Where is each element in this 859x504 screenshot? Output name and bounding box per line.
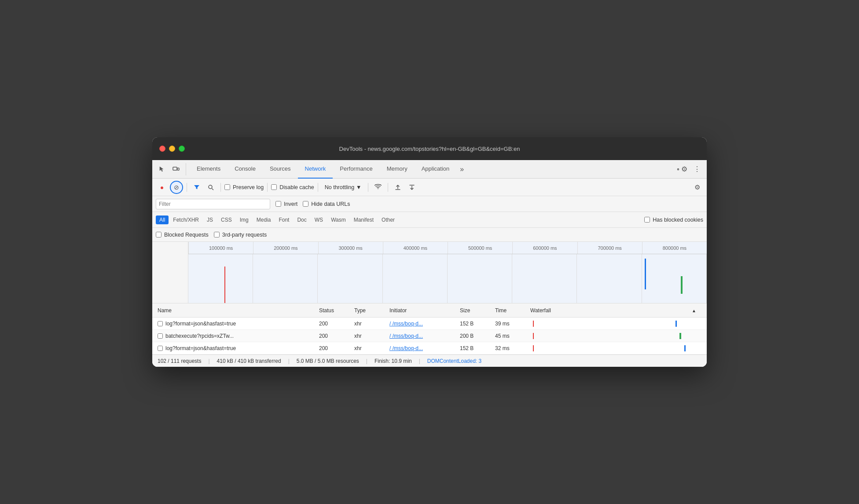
main-tabs: Elements Console Sources Network Perform… [190, 160, 675, 179]
row1-name: log?format=json&hasfast=true [156, 321, 317, 327]
timeline-red-line [224, 267, 225, 303]
search-icon-button[interactable] [205, 181, 217, 194]
row1-type: xhr [352, 321, 388, 327]
status-requests: 102 / 111 requests [158, 358, 201, 364]
cursor-icon[interactable] [156, 163, 168, 175]
clear-button[interactable]: ⊘ [170, 181, 183, 194]
close-button[interactable] [159, 146, 165, 152]
svg-line-3 [212, 188, 214, 190]
devtools-body: Elements Console Sources Network Perform… [152, 160, 707, 367]
row1-checkbox[interactable] [158, 321, 163, 326]
row2-checkbox[interactable] [158, 333, 163, 339]
titlebar: DevTools - news.google.com/topstories?hl… [152, 137, 707, 160]
timeline-left-bar [152, 242, 188, 303]
timeline-bar-2 [681, 276, 683, 294]
col-initiator[interactable]: Initiator [388, 307, 458, 314]
network-toolbar: ● ⊘ Preserve log [152, 179, 707, 196]
type-btn-img[interactable]: Img [236, 215, 252, 224]
hide-data-urls-label[interactable]: Hide data URLs [303, 201, 350, 207]
status-finish: Finish: 10.9 min [374, 358, 412, 364]
blocked-requests-row: Blocked Requests 3rd-party requests [152, 228, 707, 242]
tab-application[interactable]: Application [415, 160, 457, 179]
disable-cache-checkbox[interactable] [271, 184, 277, 190]
timeline-tick-5: 500000 ms [448, 242, 512, 254]
type-btn-ws[interactable]: WS [311, 215, 327, 224]
row3-type: xhr [352, 345, 388, 351]
throttle-selector[interactable]: No throttling ▼ [322, 183, 365, 192]
invert-checkbox[interactable] [275, 201, 281, 207]
device-toggle-icon[interactable] [170, 163, 182, 175]
settings-icon[interactable]: ⚙ [675, 163, 687, 175]
row2-time: 45 ms [493, 333, 529, 339]
tab-memory[interactable]: Memory [380, 160, 415, 179]
more-options-icon[interactable]: ⋮ [691, 163, 703, 175]
row1-waterfall [529, 319, 690, 328]
type-btn-all[interactable]: All [156, 215, 169, 224]
maximize-button[interactable] [179, 146, 185, 152]
row1-size: 152 B [458, 321, 493, 327]
row3-size: 152 B [458, 345, 493, 351]
tab-bar: Elements Console Sources Network Perform… [152, 160, 707, 179]
type-btn-manifest[interactable]: Manifest [350, 215, 377, 224]
has-blocked-cookies-label[interactable]: Has blocked cookies [644, 217, 703, 223]
hide-data-urls-checkbox[interactable] [303, 201, 308, 207]
has-blocked-cookies-checkbox[interactable] [644, 217, 650, 223]
import-har-icon[interactable] [392, 181, 404, 194]
toolbar-divider-6 [388, 183, 388, 192]
row2-initiator: / /mss/boq-d... [388, 333, 458, 339]
record-button[interactable]: ● [156, 181, 168, 194]
table-row: batchexecute?rpcids=xZTw... 200 xhr / /m… [152, 330, 707, 342]
timeline-area: 100000 ms 200000 ms 300000 ms 400000 ms … [152, 242, 707, 303]
col-time[interactable]: Time [493, 307, 529, 314]
toolbar-divider-2 [220, 183, 221, 192]
toolbar-divider-1 [187, 183, 187, 192]
more-tabs-button[interactable]: » [456, 165, 467, 173]
col-waterfall[interactable]: Waterfall [529, 307, 690, 314]
type-btn-doc[interactable]: Doc [294, 215, 310, 224]
type-btn-js[interactable]: JS [203, 215, 217, 224]
blocked-requests-checkbox[interactable] [156, 232, 162, 237]
col-sort[interactable] [690, 307, 703, 314]
col-type[interactable]: Type [352, 307, 388, 314]
invert-label[interactable]: Invert [275, 201, 297, 207]
timeline-tick-6: 600000 ms [512, 242, 577, 254]
type-btn-font[interactable]: Font [275, 215, 293, 224]
filter-input[interactable] [156, 199, 270, 209]
tab-network[interactable]: Network [298, 160, 333, 179]
export-har-icon[interactable] [406, 181, 418, 194]
tab-sources[interactable]: Sources [263, 160, 298, 179]
type-btn-fetch-xhr[interactable]: Fetch/XHR [169, 215, 202, 224]
third-party-label[interactable]: 3rd-party requests [214, 232, 267, 238]
tab-console[interactable]: Console [228, 160, 263, 179]
minimize-button[interactable] [169, 146, 175, 152]
filter-icon-button[interactable] [191, 181, 203, 194]
timeline-tick-1: 100000 ms [188, 242, 253, 254]
row3-checkbox[interactable] [158, 346, 163, 351]
traffic-lights [159, 146, 185, 152]
network-settings-icon[interactable]: ⚙ [691, 181, 703, 194]
col-status[interactable]: Status [317, 307, 352, 314]
type-btn-css[interactable]: CSS [217, 215, 235, 224]
type-filter-row: All Fetch/XHR JS CSS Img Media Font Doc … [152, 212, 707, 228]
preserve-log-checkbox[interactable] [224, 184, 230, 190]
preserve-log-label[interactable]: Preserve log [224, 184, 264, 190]
col-name[interactable]: Name [156, 307, 317, 314]
tab-performance[interactable]: Performance [333, 160, 379, 179]
row1-initiator: / /mss/boq-d... [388, 321, 458, 327]
row3-initiator: / /mss/boq-d... [388, 345, 458, 351]
network-conditions-icon[interactable] [372, 181, 384, 194]
row1-time: 39 ms [493, 321, 529, 327]
blocked-requests-label[interactable]: Blocked Requests [156, 232, 209, 238]
row3-name: log?format=json&hasfast=true [156, 345, 317, 351]
col-size[interactable]: Size [458, 307, 493, 314]
network-table: Name Status Type Initiator Size Time Wat… [152, 303, 707, 354]
table-row: log?format=json&hasfast=true 200 xhr / /… [152, 342, 707, 354]
type-btn-media[interactable]: Media [253, 215, 275, 224]
tab-elements[interactable]: Elements [190, 160, 228, 179]
type-btn-other[interactable]: Other [378, 215, 398, 224]
third-party-checkbox[interactable] [214, 232, 220, 237]
status-dom-content: DOMContentLoaded: 3 [427, 358, 481, 364]
disable-cache-label[interactable]: Disable cache [271, 184, 314, 190]
filter-row: Invert Hide data URLs [152, 196, 707, 212]
type-btn-wasm[interactable]: Wasm [327, 215, 349, 224]
